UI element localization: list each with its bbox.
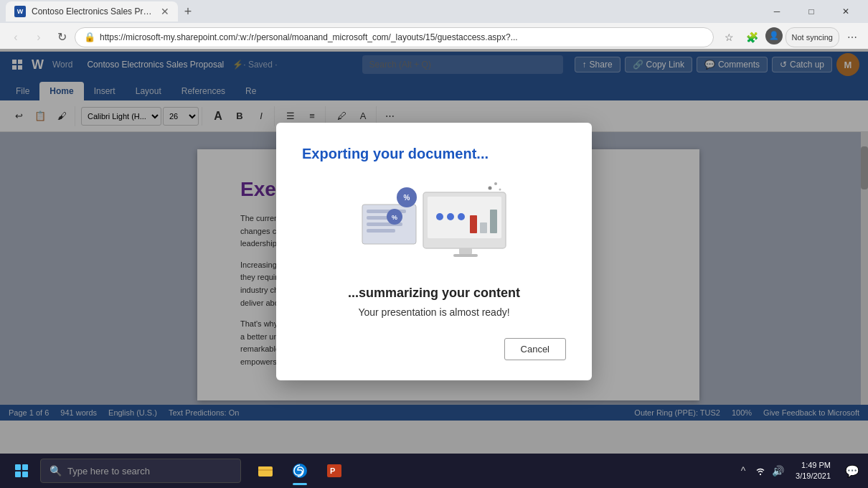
url-display: https://microsoft-my.sharepoint.com/:w:/… (100, 32, 704, 42)
svg-text:P: P (330, 466, 335, 475)
back-button[interactable]: ‹ (6, 27, 26, 47)
speaker-icon[interactable]: 🔊 (771, 464, 784, 477)
modal-description: Your presentation is almost ready! (302, 306, 566, 318)
svg-text:%: % (392, 214, 397, 221)
svg-rect-15 (490, 210, 497, 233)
clock-date: 3/19/2021 (796, 471, 831, 482)
taskbar-powerpoint[interactable]: P (319, 455, 350, 487)
svg-text:%: % (404, 194, 410, 202)
new-tab-button[interactable]: + (178, 1, 198, 22)
not-syncing-button[interactable]: Not syncing (786, 27, 839, 47)
explorer-icon (257, 462, 274, 479)
favorites-icon[interactable]: ☆ (720, 27, 740, 47)
modal-footer: Cancel (302, 338, 566, 360)
svg-point-23 (489, 186, 492, 189)
maximize-button[interactable]: □ (795, 0, 828, 23)
nav-bar: ‹ › ↻ 🔒 https://microsoft-my.sharepoint.… (0, 23, 868, 52)
svg-point-16 (436, 213, 443, 220)
search-placeholder-text: Type here to search (67, 466, 150, 477)
search-icon: 🔍 (49, 465, 62, 477)
clock-time: 1:49 PM (796, 460, 831, 471)
windows-logo-icon (15, 464, 28, 477)
browser-tab[interactable]: W Contoso Electronics Sales Prop... ✕ (6, 1, 178, 22)
chevron-tray-icon[interactable]: ^ (737, 464, 750, 477)
system-clock[interactable]: 1:49 PM 3/19/2021 (790, 460, 836, 482)
modal-overlay: Exporting your document... (0, 49, 868, 454)
profile-icon[interactable]: 👤 (765, 27, 783, 44)
address-bar[interactable]: 🔒 https://microsoft-my.sharepoint.com/:w… (75, 27, 714, 47)
svg-point-18 (458, 213, 465, 220)
svg-point-17 (447, 213, 454, 220)
cancel-button[interactable]: Cancel (504, 338, 566, 360)
taskbar-search[interactable]: 🔍 Type here to search (40, 459, 241, 483)
notification-button[interactable]: 💬 (842, 461, 862, 481)
close-button[interactable]: ✕ (829, 0, 862, 23)
browser-nav-icons: ☆ 🧩 👤 Not syncing ⋯ (720, 27, 862, 47)
taskbar-apps: P (250, 455, 350, 487)
refresh-button[interactable]: ↻ (52, 27, 72, 47)
svg-rect-13 (470, 215, 477, 233)
svg-point-25 (499, 188, 501, 190)
wifi-icon (755, 465, 766, 477)
minimize-button[interactable]: ─ (760, 0, 793, 23)
tab-favicon: W (14, 6, 26, 17)
svg-rect-28 (258, 466, 264, 469)
taskbar-edge[interactable] (284, 455, 316, 487)
extensions-icon[interactable]: 🧩 (742, 27, 763, 47)
more-options-icon[interactable]: ⋯ (842, 27, 862, 47)
window-controls: ─ □ ✕ (760, 0, 862, 23)
export-modal: Exporting your document... (276, 123, 592, 380)
svg-rect-8 (367, 229, 395, 233)
start-button[interactable] (6, 455, 37, 487)
powerpoint-icon: P (326, 462, 343, 479)
export-illustration: % % (355, 179, 513, 266)
svg-rect-14 (480, 222, 487, 233)
edge-icon (291, 462, 308, 479)
modal-title: Exporting your document... (302, 146, 489, 162)
taskbar-explorer[interactable] (250, 455, 281, 487)
forward-button[interactable]: › (29, 27, 49, 47)
system-tray: ^ 🔊 (737, 464, 784, 477)
tab-title: Contoso Electronics Sales Prop... (32, 6, 155, 17)
svg-point-24 (494, 182, 497, 185)
modal-subtitle: ...summarizing your content (302, 286, 566, 301)
taskbar: 🔍 Type here to search P ^ 🔊 1:49 PM 3/19… (0, 454, 868, 488)
svg-rect-12 (453, 254, 478, 257)
title-bar: W Contoso Electronics Sales Prop... ✕ + … (0, 0, 868, 23)
taskbar-right: ^ 🔊 1:49 PM 3/19/2021 💬 (737, 460, 862, 482)
modal-illustration: % % (302, 179, 566, 266)
close-tab-icon[interactable]: ✕ (161, 6, 169, 17)
svg-rect-27 (258, 469, 273, 471)
svg-rect-11 (459, 248, 472, 254)
network-icon[interactable] (754, 464, 767, 477)
